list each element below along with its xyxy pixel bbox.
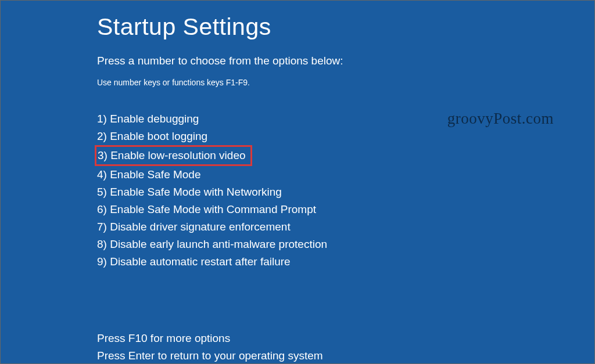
option-3[interactable]: 3) Enable low-resolution video	[98, 147, 246, 164]
option-4[interactable]: 4) Enable Safe Mode	[97, 166, 201, 183]
hint-text: Use number keys or functions keys F1-F9.	[97, 78, 594, 87]
option-2[interactable]: 2) Enable boot logging	[97, 128, 207, 145]
option-9[interactable]: 9) Disable automatic restart after failu…	[97, 253, 291, 271]
option-5[interactable]: 5) Enable Safe Mode with Networking	[97, 183, 282, 201]
option-8[interactable]: 8) Disable early launch anti-malware pro…	[97, 236, 327, 253]
option-1[interactable]: 1) Enable debugging	[97, 110, 199, 128]
option-7[interactable]: 7) Disable driver signature enforcement	[97, 218, 291, 236]
more-options-text: Press F10 for more options	[97, 330, 594, 347]
options-list: 1) Enable debugging 2) Enable boot loggi…	[97, 110, 594, 271]
instruction-text: Press a number to choose from the option…	[97, 55, 594, 67]
option-6[interactable]: 6) Enable Safe Mode with Command Prompt	[97, 201, 316, 218]
page-title: Startup Settings	[97, 13, 594, 41]
watermark: groovyPost.com	[447, 110, 554, 128]
return-text: Press Enter to return to your operating …	[97, 347, 594, 364]
highlight-box: 3) Enable low-resolution video	[95, 145, 252, 166]
